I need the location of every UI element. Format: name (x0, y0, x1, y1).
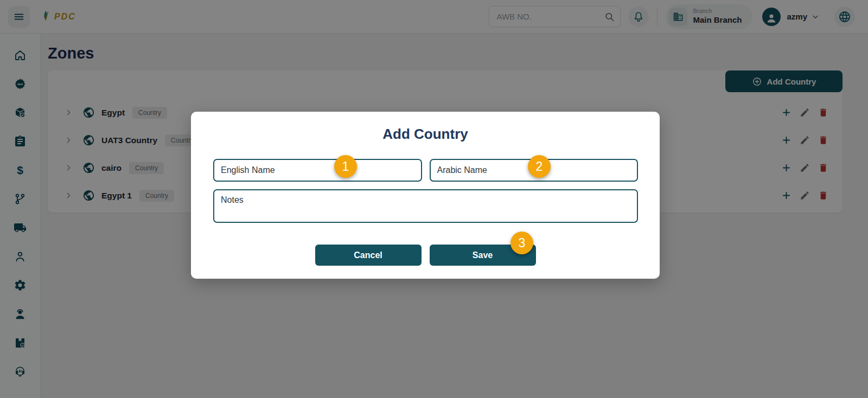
modal-title: Add Country (191, 126, 660, 143)
add-country-modal: Add Country Cancel Save (191, 112, 660, 279)
cancel-button[interactable]: Cancel (315, 245, 422, 266)
english-name-input[interactable] (213, 159, 422, 182)
notes-textarea[interactable] (213, 189, 638, 223)
annotation-badge-1: 1 (334, 155, 357, 178)
annotation-badge-2: 2 (528, 155, 551, 178)
modal-actions: Cancel Save (191, 245, 660, 266)
annotation-badge-3: 3 (510, 232, 533, 254)
modal-fields (213, 159, 638, 182)
